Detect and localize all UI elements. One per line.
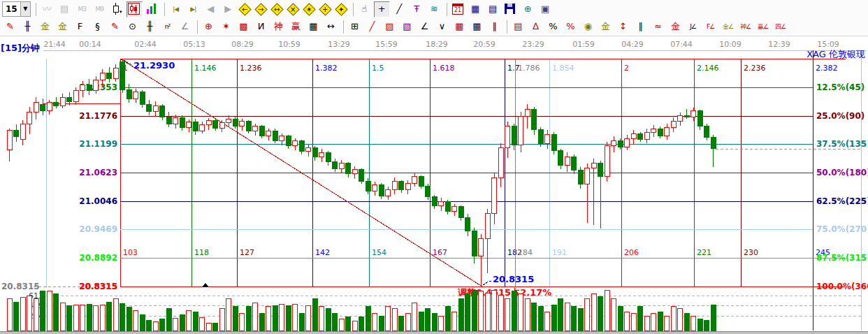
time-tick-label: 10:59 xyxy=(278,40,301,49)
save-icon[interactable] xyxy=(502,1,519,17)
last-bar-icon[interactable]: ▶| xyxy=(185,1,201,17)
first-bar-icon[interactable]: |◀ xyxy=(168,1,184,17)
span-arrows-icon[interactable]: ↔ xyxy=(323,19,339,35)
f-angle-icon[interactable]: F∠ xyxy=(702,19,718,35)
expand-diamond-icon[interactable]: ↔ xyxy=(270,2,284,17)
kline-chart-icon[interactable] xyxy=(126,1,143,17)
speed-lines-icon[interactable]: ∠ xyxy=(417,19,433,35)
volume-bar xyxy=(100,305,105,331)
candle xyxy=(379,185,384,196)
volume-chart-icon[interactable] xyxy=(144,1,160,17)
print-icon[interactable]: ▣ xyxy=(537,1,554,17)
hand-tool-icon[interactable]: ☝ xyxy=(356,1,372,17)
fibo-f-icon[interactable]: F xyxy=(72,19,88,35)
fan-box-icon[interactable]: ▨ xyxy=(382,19,398,35)
draw-brush-icon[interactable]: ✎ xyxy=(2,19,18,35)
gann-grid-icon[interactable]: ▩ xyxy=(236,19,252,35)
star-diamond-icon[interactable]: ✶ xyxy=(302,2,317,17)
volume-bar xyxy=(133,310,138,331)
grid123-icon[interactable]: ▦ xyxy=(305,19,321,35)
report-icon[interactable]: ▤ xyxy=(57,1,73,17)
volume-bar xyxy=(697,319,702,331)
percent-level-label: 12.5%(45) xyxy=(816,82,865,92)
wave-band-icon[interactable]: ≈ xyxy=(650,19,666,35)
parallel-lines-icon[interactable]: ∥ xyxy=(486,19,502,35)
candle xyxy=(346,164,351,174)
percent-icon[interactable]: % xyxy=(545,19,561,35)
stats-list-icon[interactable]: ▤ xyxy=(510,19,526,35)
grid-red-icon[interactable]: ▦ xyxy=(451,19,468,35)
golden-box-icon[interactable]: 金 xyxy=(55,19,71,35)
prev-bar-icon[interactable]: ◀ xyxy=(203,1,219,17)
calendar-icon[interactable]: 21 xyxy=(450,1,466,17)
plus-diamond-icon[interactable]: + xyxy=(318,2,333,17)
gold-angle-icon[interactable]: 金∠ xyxy=(720,19,736,35)
si-angle-icon[interactable]: 四∠ xyxy=(772,19,788,35)
gold-bars-icon[interactable]: 金 xyxy=(598,19,614,35)
wave-tool-icon[interactable]: ≋ xyxy=(426,1,442,17)
chevron-down-icon[interactable]: ▼ xyxy=(20,2,30,16)
golden-section-icon[interactable]: 金 xyxy=(37,19,53,35)
calculator-icon[interactable]: ▦ xyxy=(468,1,484,17)
shift-left-diamond-icon[interactable]: ← xyxy=(238,2,252,17)
toolbar-separator xyxy=(164,3,165,16)
ying-angle-icon[interactable]: 赢∠ xyxy=(755,19,771,35)
time-tick-label: 10:09 xyxy=(719,40,742,49)
volume-bar xyxy=(651,314,656,331)
crosshair-tool-icon[interactable]: + xyxy=(374,1,390,17)
cycle-circle-icon[interactable]: ⊙ xyxy=(124,19,140,35)
wave-n-icon[interactable]: И xyxy=(253,19,269,35)
period-select[interactable]: 15▼ xyxy=(2,1,31,17)
j-angle-icon[interactable]: J∠ xyxy=(685,19,701,35)
grid-blue-icon[interactable]: ▦ xyxy=(469,19,485,35)
volume-bar xyxy=(113,298,118,331)
toolbar-separator xyxy=(447,3,447,16)
percent-line-icon[interactable]: % xyxy=(563,19,579,35)
percent-triangle-icon[interactable]: ∆ xyxy=(528,19,544,35)
n-square-icon[interactable]: n² xyxy=(159,19,175,35)
ma9-icon[interactable]: M9 xyxy=(92,1,108,17)
spiral-icon[interactable]: § xyxy=(89,19,106,35)
candle xyxy=(532,109,537,130)
trendline-tool-icon[interactable]: ╱ xyxy=(391,1,407,17)
volume-bar xyxy=(565,303,570,331)
toolbar-separator xyxy=(343,20,344,34)
volume-bar xyxy=(266,307,271,331)
zigzag-icon[interactable]: ∨ xyxy=(434,19,450,35)
angle-icon[interactable]: ∠ xyxy=(177,19,193,35)
gann-circle-icon[interactable]: ⊕ xyxy=(201,19,217,35)
percent-level-label: 50.0%(180) xyxy=(816,168,868,177)
gold-circle-icon[interactable]: ◉ xyxy=(580,19,596,35)
notes-icon[interactable]: ▤ xyxy=(485,1,501,17)
fan-lines-icon[interactable]: ╱ xyxy=(364,19,380,35)
ma3-icon[interactable]: M3 xyxy=(74,1,90,17)
text-tool-icon[interactable]: Ŧ xyxy=(409,1,425,17)
next-bar-icon[interactable]: ▶ xyxy=(220,1,236,17)
candle xyxy=(34,102,38,112)
fan-box2-icon[interactable]: ▧ xyxy=(399,19,415,35)
gann-line-icon[interactable]: ╫ xyxy=(20,19,36,35)
volume-bar xyxy=(47,291,52,331)
web-icon[interactable]: ⊕ xyxy=(520,1,536,17)
candle xyxy=(87,85,92,90)
updown-icon[interactable]: ↕ xyxy=(615,19,631,35)
shift-right-diamond-icon[interactable]: → xyxy=(254,2,268,17)
drawing-toolbar: ✎╫金金F§✎⊙╫n²∠⊕✶▩И神赢▦↔⊞╱▨▧∠∨▦▦∥▤∆%%◉金↕∥≈金J… xyxy=(0,18,868,36)
chart-canvas[interactable]: 21:4400:1402:4405:1308:2910:5913:2915:59… xyxy=(0,0,868,334)
shen-icon[interactable]: 神 xyxy=(270,19,287,35)
measure-icon[interactable]: ∥ xyxy=(632,19,649,35)
brush2-icon[interactable]: ✎ xyxy=(107,19,123,35)
shen-angle-icon[interactable]: 神∠ xyxy=(737,19,753,35)
corner-ruler-icon[interactable]: ⊞ xyxy=(347,19,363,35)
ying-icon[interactable]: 赢 xyxy=(288,19,304,35)
time-ruler-icon[interactable]: ╫ xyxy=(142,19,158,35)
candle-style-icon[interactable]: ▾ xyxy=(109,1,125,17)
close-diamond-icon[interactable]: × xyxy=(286,2,301,17)
volume-bar xyxy=(60,303,65,331)
gann-star-icon[interactable]: ✶ xyxy=(218,19,234,35)
pattern-icon[interactable]: 〰 xyxy=(39,1,55,17)
compress-diamond-icon[interactable]: ✦ xyxy=(334,2,349,17)
volume-bar xyxy=(631,314,636,331)
gold-line-icon[interactable]: 金 xyxy=(667,19,683,35)
candle xyxy=(625,138,630,147)
